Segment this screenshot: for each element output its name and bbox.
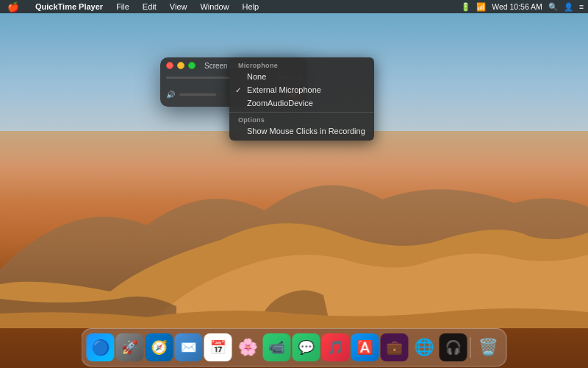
dock-icon-messages[interactable]: 💬: [293, 333, 320, 361]
dropdown-divider: [229, 112, 374, 113]
apple-menu[interactable]: 🍎: [4, 1, 22, 13]
options-section-label: Options: [229, 115, 374, 124]
battery-icon: 🔋: [461, 2, 470, 12]
user-icon[interactable]: 👤: [564, 2, 573, 12]
minimize-button[interactable]: [177, 62, 184, 69]
microphone-dropdown: Microphone None External Microphone Zoom…: [229, 57, 374, 141]
datetime-display: Wed 10:56 AM: [492, 2, 542, 11]
dock-icon-launchpad[interactable]: 🚀: [116, 333, 144, 361]
volume-icon[interactable]: 🔊: [166, 91, 175, 99]
desktop: 🍎 QuickTime Player File Edit View Window…: [0, 0, 588, 368]
edit-menu[interactable]: Edit: [140, 2, 159, 11]
dock-icon-mail[interactable]: ✉️: [175, 333, 203, 361]
dock-icon-slack[interactable]: 💼: [381, 333, 409, 361]
maximize-button[interactable]: [188, 62, 196, 69]
dock-separator: [470, 337, 471, 358]
dock-icon-photos[interactable]: 🌸: [234, 333, 262, 361]
dock-icon-trash[interactable]: 🗑️: [474, 333, 502, 361]
dock-icon-spotify[interactable]: 🎧: [440, 333, 467, 361]
microphone-external-option[interactable]: External Microphone: [229, 83, 374, 96]
dock-icon-facetime[interactable]: 📹: [263, 333, 291, 361]
menubar: 🍎 QuickTime Player File Edit View Window…: [0, 0, 588, 13]
control-center-icon[interactable]: ≡: [579, 2, 584, 11]
dock-icon-finder[interactable]: 🔵: [87, 333, 115, 361]
volume-bar[interactable]: [179, 93, 216, 96]
microphone-zoom-option[interactable]: ZoomAudioDevice: [229, 96, 374, 110]
dock-icon-calendar[interactable]: 📅: [204, 333, 232, 361]
help-menu[interactable]: Help: [240, 2, 262, 11]
menubar-left: 🍎 QuickTime Player File Edit View Window…: [4, 1, 262, 13]
dock-icon-safari[interactable]: 🧭: [146, 333, 173, 361]
show-mouse-clicks-option[interactable]: Show Mouse Clicks in Recording: [229, 124, 374, 138]
window-menu[interactable]: Window: [197, 2, 232, 11]
dock-icon-appstore[interactable]: 🅰️: [351, 333, 379, 361]
traffic-lights: [166, 62, 196, 69]
search-icon[interactable]: 🔍: [548, 2, 558, 12]
dock-icon-chrome[interactable]: 🌐: [410, 333, 438, 361]
microphone-none-option[interactable]: None: [229, 70, 374, 83]
app-name-menu[interactable]: QuickTime Player: [32, 2, 106, 11]
wifi-icon: 📶: [476, 2, 486, 12]
close-button[interactable]: [166, 62, 173, 69]
file-menu[interactable]: File: [113, 2, 132, 11]
dock-icon-music[interactable]: 🎵: [322, 333, 350, 361]
microphone-section-label: Microphone: [229, 60, 374, 70]
view-menu[interactable]: View: [167, 2, 190, 11]
dock: 🔵 🚀 🧭 ✉️ 📅 🌸 📹 💬 🎵: [82, 328, 507, 367]
menubar-right: 🔋 📶 Wed 10:56 AM 🔍 👤 ≡: [461, 2, 584, 12]
